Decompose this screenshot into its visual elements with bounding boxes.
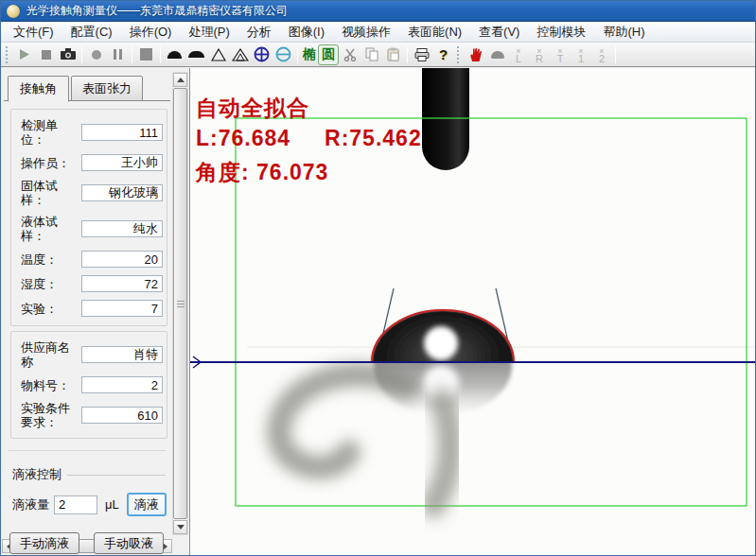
clear-left-button[interactable]: ×L — [508, 44, 529, 65]
sessile-drop-button[interactable] — [164, 44, 185, 65]
field-label: 实验条件要求： — [21, 401, 81, 429]
detect-unit-input[interactable] — [81, 124, 163, 141]
field-label: 检测单位： — [21, 118, 81, 147]
toolbar: 椭 圆 ? ×L ×R ×T ×1 ×2 — [1, 43, 755, 67]
toolbar-separator — [132, 46, 132, 63]
copy-button[interactable] — [360, 44, 382, 65]
menu-control-module[interactable]: 控制模块 — [528, 22, 594, 43]
crosshair-circle-button[interactable] — [251, 44, 273, 65]
toolbar-grip — [6, 46, 10, 63]
snapshot-button[interactable] — [57, 44, 79, 65]
supplier-input[interactable] — [81, 346, 163, 363]
droplet-highlight-hole — [421, 323, 461, 363]
play-icon — [18, 48, 30, 61]
baseline-circle-button[interactable] — [273, 44, 294, 65]
drop-volume-row: 滴液量 μL 滴液 — [12, 493, 173, 516]
experiment-input[interactable] — [81, 300, 163, 317]
tab-contact-angle[interactable]: 接触角 — [8, 76, 69, 102]
clear-1-button[interactable]: ×1 — [571, 44, 591, 65]
menubar: 文件(F) 配置(C) 操作(O) 处理(P) 分析 图像(I) 视频操作 表面… — [1, 22, 755, 43]
menu-image[interactable]: 图像(I) — [280, 22, 333, 43]
ellipse-fit-button[interactable]: 椭 — [301, 44, 318, 65]
scissors-icon — [343, 48, 357, 61]
menu-process[interactable]: 处理(P) — [180, 22, 237, 43]
camera-icon — [61, 48, 76, 61]
circle-minus-icon — [275, 46, 291, 62]
manual-suction-button[interactable]: 手动吸液 — [94, 532, 164, 554]
dispense-button[interactable]: 滴液 — [127, 493, 167, 516]
menu-config[interactable]: 配置(C) — [62, 22, 121, 43]
triangle-icon — [211, 48, 226, 61]
panel-vertical-scrollbar[interactable] — [172, 72, 188, 535]
toolbar-separator — [160, 46, 161, 63]
camera-view[interactable]: 自动全拟合 L:76.684R:75.462 角度: 76.073 — [190, 68, 755, 555]
volume-input[interactable] — [54, 495, 97, 514]
toolbar-separator — [615, 46, 616, 63]
clear-top-button[interactable]: ×T — [550, 44, 571, 65]
frame-icon — [140, 48, 152, 61]
pause-icon — [114, 49, 116, 60]
print-button[interactable] — [411, 44, 432, 65]
help-button[interactable]: ? — [432, 44, 454, 65]
hand-icon — [468, 47, 483, 62]
field-label: 物料号： — [21, 378, 81, 392]
sample-info-group: 检测单位： 操作员： 固体试样： 液体试样： 温度： 湿度： 实验： — [10, 109, 167, 326]
small-drop-icon — [491, 51, 504, 59]
sessile-drop-wide-icon — [188, 51, 204, 58]
tabstrip: 接触角 表面张力 — [1, 68, 189, 101]
humidity-input[interactable] — [81, 275, 163, 292]
field-label: 供应商名称 — [21, 340, 81, 369]
scroll-down-arrow[interactable] — [173, 520, 187, 534]
record-button[interactable] — [85, 44, 107, 65]
dosing-needle — [422, 68, 469, 170]
copy-icon — [365, 47, 378, 61]
double-angle-tool-button[interactable] — [229, 44, 251, 65]
angle-tool-button[interactable] — [207, 44, 229, 65]
menu-view[interactable]: 查看(V) — [470, 22, 528, 43]
menu-operate[interactable]: 操作(O) — [121, 22, 181, 43]
cut-button[interactable] — [339, 44, 360, 65]
clear-right-button[interactable]: ×R — [529, 44, 550, 65]
field-label: 液体试样： — [21, 215, 81, 243]
field-label: 湿度： — [21, 277, 81, 291]
menu-surface-energy[interactable]: 表面能(N) — [399, 22, 470, 43]
record-icon — [91, 49, 102, 61]
pause-button[interactable] — [107, 44, 129, 65]
solid-sample-input[interactable] — [81, 184, 163, 201]
clear-2-button[interactable]: ×2 — [591, 44, 612, 65]
right-angle-value: R:75.462 — [325, 126, 422, 150]
app-window: 光学接触角测量仪——东莞市晟鼎精密仪器有限公司 文件(F) 配置(C) 操作(O… — [0, 0, 756, 556]
menu-file[interactable]: 文件(F) — [5, 22, 62, 43]
operator-input[interactable] — [81, 154, 163, 171]
lr-angle-overlay: L:76.684R:75.462 — [196, 126, 422, 151]
paste-button[interactable] — [382, 44, 404, 65]
temperature-input[interactable] — [81, 251, 163, 268]
menu-analyze[interactable]: 分析 — [238, 22, 280, 43]
menu-help[interactable]: 帮助(H) — [594, 22, 653, 43]
play-button[interactable] — [13, 44, 35, 65]
blur-swirl-left — [279, 375, 406, 468]
dispense-drop-button[interactable] — [486, 44, 508, 65]
circle-cross-icon — [254, 46, 270, 62]
field-label: 固体试样： — [21, 179, 81, 207]
tab-surface-tension[interactable]: 表面张力 — [71, 76, 143, 101]
freeze-frame-button[interactable] — [135, 44, 157, 65]
drop-control-title: 滴液控制 — [12, 466, 62, 483]
manual-drop-button[interactable]: 手动滴液 — [9, 532, 79, 554]
circle-fit-button[interactable]: 圆 — [318, 44, 339, 65]
divider — [9, 450, 166, 451]
menu-video[interactable]: 视频操作 — [333, 22, 399, 43]
manual-control-button[interactable] — [465, 44, 486, 65]
sessile-drop-icon — [167, 51, 182, 59]
stop-button[interactable] — [35, 44, 57, 65]
sessile-drop-wide-button[interactable] — [185, 44, 207, 65]
liquid-sample-input[interactable] — [81, 220, 163, 237]
vertical-scroll-thumb[interactable] — [173, 88, 187, 519]
manual-buttons-row: 手动滴液 手动吸液 — [9, 532, 173, 554]
material-no-input[interactable] — [81, 376, 163, 393]
toolbar-separator — [81, 46, 82, 63]
drop-control-header: 滴液控制 — [12, 466, 166, 483]
condition-input[interactable] — [81, 407, 163, 424]
field-label: 温度： — [21, 252, 81, 267]
double-triangle-icon — [232, 48, 249, 61]
